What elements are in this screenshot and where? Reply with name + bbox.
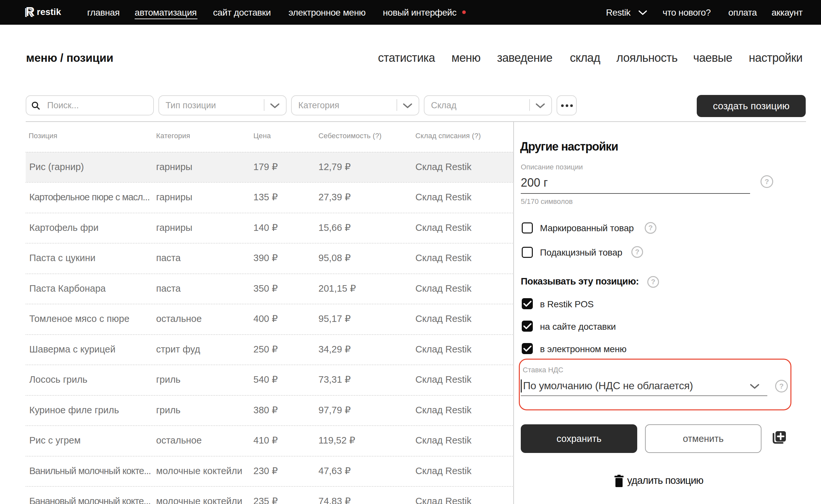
svg-text:R: R (26, 7, 34, 18)
